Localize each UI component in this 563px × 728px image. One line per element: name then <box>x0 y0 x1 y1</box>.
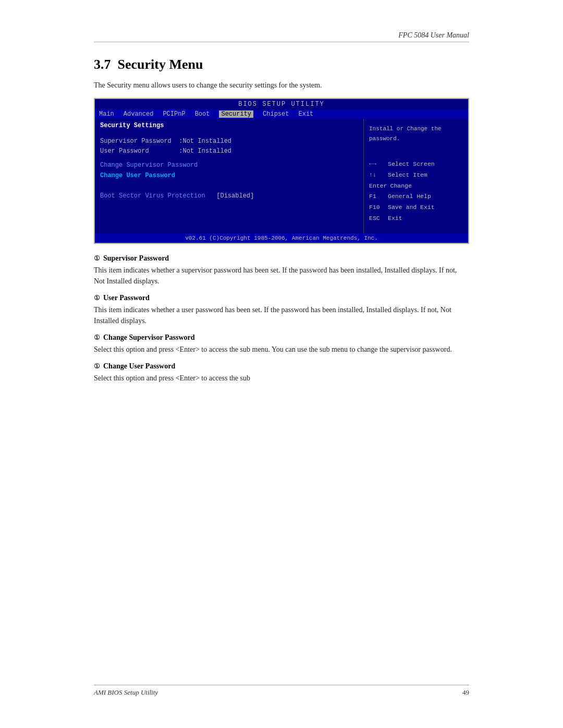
bios-keys: ←→ Select Screen ↑↓ Select Item Enter Ch… <box>369 159 463 224</box>
bios-menu-boot[interactable]: Boot <box>195 110 210 118</box>
bios-body: Security Settings Supervisor Password :N… <box>95 119 468 233</box>
bios-key-f10-label: Save and Exit <box>388 202 435 213</box>
bios-key-f1: F1 General Help <box>369 191 463 202</box>
desc-change-user-text: Select this option and press <Enter> to … <box>94 373 469 384</box>
desc-user-bullet: ① <box>94 294 100 302</box>
section-number: 3.7 <box>94 57 111 72</box>
desc-change-user-bullet: ① <box>94 362 100 371</box>
bios-user-password-item: User Password :Not Installed <box>100 146 358 156</box>
desc-user-text: This item indicates whether a user passw… <box>94 304 469 326</box>
bios-key-change-label: Change <box>390 181 412 192</box>
desc-supervisor-bullet: ① <box>94 254 100 263</box>
bios-key-select-item: ↑↓ Select Item <box>369 170 463 181</box>
bios-key-select-item-label: Select Item <box>388 170 427 181</box>
bios-key-select-screen-label: Select Screen <box>388 159 435 170</box>
bios-footer: v02.61 (C)Copyright 1985-2006, American … <box>95 233 468 243</box>
desc-change-user-heading: Change User Password <box>103 362 175 371</box>
page-container: FPC 5084 User Manual 3.7 Security Menu T… <box>0 0 563 728</box>
desc-supervisor-text: This item indicates whether a supervisor… <box>94 265 469 287</box>
intro-text: The Security menu allows users to change… <box>94 80 469 91</box>
bios-menu-exit[interactable]: Exit <box>298 110 313 118</box>
desc-change-supervisor-title: ① Change Supervisor Password <box>94 334 469 342</box>
bios-menu-bar: Main Advanced PCIPnP Boot Security Chips… <box>95 109 468 119</box>
bios-menu-chipset[interactable]: Chipset <box>263 110 289 118</box>
bios-key-f10-key: F10 <box>369 202 385 213</box>
bios-key-select-screen: ←→ Select Screen <box>369 159 463 170</box>
bios-key-updown: ↑↓ <box>369 170 385 181</box>
bios-key-enter: Enter Change <box>369 181 463 192</box>
page-footer: AMI BIOS Setup Utility 49 <box>94 685 469 697</box>
desc-user-title: ① User Password <box>94 294 469 302</box>
desc-supervisor-heading: Supervisor Password <box>103 254 169 263</box>
page-header: FPC 5084 User Manual <box>0 0 563 47</box>
desc-change-user-title: ① Change User Password <box>94 362 469 371</box>
desc-change-supervisor-text: Select this option and press <Enter> to … <box>94 344 469 355</box>
footer-left: AMI BIOS Setup Utility <box>94 688 158 697</box>
bios-menu-advanced[interactable]: Advanced <box>124 110 154 118</box>
bios-menu-main[interactable]: Main <box>99 110 114 118</box>
section-heading: Security Menu <box>118 57 203 72</box>
bios-key-f1-label: General Help <box>388 191 431 202</box>
desc-change-supervisor-heading: Change Supervisor Password <box>103 334 195 342</box>
bios-key-f1-key: F1 <box>369 191 385 202</box>
desc-supervisor-password: ① Supervisor Password This item indicate… <box>94 254 469 287</box>
bios-right-panel: Install or Change the password. ←→ Selec… <box>364 119 468 233</box>
header-title: FPC 5084 User Manual <box>398 31 469 39</box>
bios-screenshot: BIOS SETUP UTILITY Main Advanced PCIPnP … <box>94 98 469 244</box>
bios-menu-security[interactable]: Security <box>219 110 253 118</box>
content-area: 3.7 Security Menu The Security menu allo… <box>0 57 563 384</box>
footer-page-number: 49 <box>462 688 469 697</box>
bios-menu-pcipnp[interactable]: PCIPnP <box>163 110 185 118</box>
desc-change-supervisor: ① Change Supervisor Password Select this… <box>94 334 469 355</box>
bios-key-arrows: ←→ <box>369 159 385 170</box>
desc-user-password: ① User Password This item indicates whet… <box>94 294 469 326</box>
bios-title-bar: BIOS SETUP UTILITY <box>95 99 468 109</box>
section-title: 3.7 Security Menu <box>94 57 469 72</box>
bios-key-f10: F10 Save and Exit <box>369 202 463 213</box>
bios-change-user-item[interactable]: Change User Password <box>100 171 358 181</box>
bios-virus-protection-item[interactable]: Boot Sector Virus Protection [Disabled] <box>100 192 358 200</box>
bios-key-enter-key: Enter <box>369 181 387 192</box>
bios-section-header: Security Settings <box>100 122 358 129</box>
bios-change-supervisor-item[interactable]: Change Supervisor Password <box>100 161 358 170</box>
desc-supervisor-title: ① Supervisor Password <box>94 254 469 263</box>
bios-key-esc-label: Exit <box>388 213 402 224</box>
bios-key-esc: ESC Exit <box>369 213 463 224</box>
desc-change-supervisor-bullet: ① <box>94 334 100 342</box>
bios-supervisor-password-item: Supervisor Password :Not Installed <box>100 137 358 146</box>
desc-user-heading: User Password <box>103 294 150 302</box>
bios-help-text: Install or Change the password. <box>369 124 463 143</box>
bios-key-esc-key: ESC <box>369 213 385 224</box>
bios-left-panel: Security Settings Supervisor Password :N… <box>95 119 364 233</box>
desc-change-user: ① Change User Password Select this optio… <box>94 362 469 384</box>
